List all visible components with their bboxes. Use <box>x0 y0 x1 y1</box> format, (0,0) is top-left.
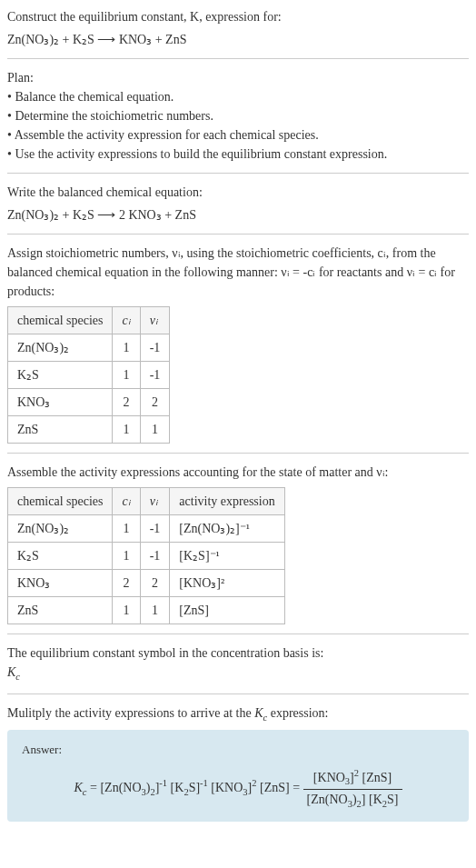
plan-section: Plan: Balance the chemical equation. Det… <box>7 68 469 164</box>
answer-box: Answer: Kc = [Zn(NO3)2]-1 [K2S]-1 [KNO3]… <box>7 730 469 822</box>
col-species: chemical species <box>8 488 113 515</box>
symbol-kc: Kc <box>7 663 469 684</box>
table-row: KNO₃ 2 2 <box>8 389 170 416</box>
cell-v: -1 <box>140 334 170 362</box>
fraction: [KNO3]2 [ZnS] [Zn(NO3)2] [K2S] <box>303 766 402 812</box>
col-vi: νᵢ <box>140 307 170 334</box>
col-expr: activity expression <box>170 488 284 515</box>
table-row: ZnS 1 1 [ZnS] <box>8 597 285 624</box>
cell-species: Zn(NO₃)₂ <box>8 515 113 543</box>
cell-expr: [ZnS] <box>170 597 284 624</box>
symbol-line1: The equilibrium constant symbol in the c… <box>7 644 469 663</box>
plan-list: Balance the chemical equation. Determine… <box>7 87 469 164</box>
table-row: KNO₃ 2 2 [KNO₃]² <box>8 570 285 597</box>
cell-species: KNO₃ <box>8 389 113 416</box>
intro-text: Construct the equilibrium constant, K, e… <box>7 7 469 26</box>
table-header-row: chemical species cᵢ νᵢ <box>8 307 170 334</box>
table-header-row: chemical species cᵢ νᵢ activity expressi… <box>8 488 285 515</box>
divider <box>7 453 469 454</box>
cell-species: KNO₃ <box>8 570 113 597</box>
col-species: chemical species <box>8 307 113 334</box>
activity-table: chemical species cᵢ νᵢ activity expressi… <box>7 487 285 624</box>
balanced-equation: Zn(NO₃)₂ + K₂S ⟶ 2 KNO₃ + ZnS <box>7 205 469 224</box>
plan-item: Balance the chemical equation. <box>7 87 469 106</box>
balanced-section: Write the balanced chemical equation: Zn… <box>7 183 469 224</box>
stoich-intro: Assign stoichiometric numbers, νᵢ, using… <box>7 244 469 301</box>
kc-expression: Kc = [Zn(NO3)2]-1 [K2S]-1 [KNO3]2 [ZnS] … <box>22 766 454 812</box>
multiply-section: Mulitply the activity expressions to arr… <box>7 703 469 823</box>
cell-c: 1 <box>113 362 140 389</box>
intro-section: Construct the equilibrium constant, K, e… <box>7 7 469 49</box>
cell-v: -1 <box>140 362 170 389</box>
cell-c: 2 <box>113 389 140 416</box>
cell-species: K₂S <box>8 543 113 570</box>
stoich-section: Assign stoichiometric numbers, νᵢ, using… <box>7 244 469 444</box>
cell-c: 2 <box>113 570 140 597</box>
col-ci: cᵢ <box>113 307 140 334</box>
multiply-heading: Mulitply the activity expressions to arr… <box>7 703 469 725</box>
cell-expr: [K₂S]⁻¹ <box>170 543 284 570</box>
cell-species: K₂S <box>8 362 113 389</box>
cell-c: 1 <box>113 597 140 624</box>
plan-item: Determine the stoichiometric numbers. <box>7 106 469 125</box>
plan-item: Use the activity expressions to build th… <box>7 145 469 164</box>
cell-c: 1 <box>113 334 140 362</box>
stoich-table: chemical species cᵢ νᵢ Zn(NO₃)₂ 1 -1 K₂S… <box>7 306 170 444</box>
plan-heading: Plan: <box>7 68 469 87</box>
table-row: Zn(NO₃)₂ 1 -1 <box>8 334 170 362</box>
cell-v: 2 <box>140 570 170 597</box>
cell-species: Zn(NO₃)₂ <box>8 334 113 362</box>
cell-v: -1 <box>140 543 170 570</box>
symbol-section: The equilibrium constant symbol in the c… <box>7 644 469 684</box>
col-ci: cᵢ <box>113 488 140 515</box>
answer-label: Answer: <box>22 741 454 759</box>
cell-v: 1 <box>140 416 170 444</box>
cell-v: -1 <box>140 515 170 543</box>
table-row: Zn(NO₃)₂ 1 -1 [Zn(NO₃)₂]⁻¹ <box>8 515 285 543</box>
activity-intro: Assemble the activity expressions accoun… <box>7 463 469 482</box>
balanced-heading: Write the balanced chemical equation: <box>7 183 469 202</box>
cell-v: 2 <box>140 389 170 416</box>
intro-equation: Zn(NO₃)₂ + K₂S ⟶ KNO₃ + ZnS <box>7 30 469 49</box>
cell-c: 1 <box>113 416 140 444</box>
cell-v: 1 <box>140 597 170 624</box>
col-vi: νᵢ <box>140 488 170 515</box>
cell-c: 1 <box>113 543 140 570</box>
cell-expr: [Zn(NO₃)₂]⁻¹ <box>170 515 284 543</box>
table-row: K₂S 1 -1 [K₂S]⁻¹ <box>8 543 285 570</box>
activity-section: Assemble the activity expressions accoun… <box>7 463 469 624</box>
divider <box>7 58 469 59</box>
table-row: ZnS 1 1 <box>8 416 170 444</box>
cell-expr: [KNO₃]² <box>170 570 284 597</box>
cell-species: ZnS <box>8 416 113 444</box>
divider <box>7 634 469 634</box>
fraction-denominator: [Zn(NO3)2] [K2S] <box>303 790 402 812</box>
plan-item: Assemble the activity expression for eac… <box>7 125 469 145</box>
divider <box>7 693 469 694</box>
cell-species: ZnS <box>8 597 113 624</box>
divider <box>7 234 469 234</box>
table-row: K₂S 1 -1 <box>8 362 170 389</box>
cell-c: 1 <box>113 515 140 543</box>
divider <box>7 173 469 174</box>
fraction-numerator: [KNO3]2 [ZnS] <box>303 766 402 790</box>
